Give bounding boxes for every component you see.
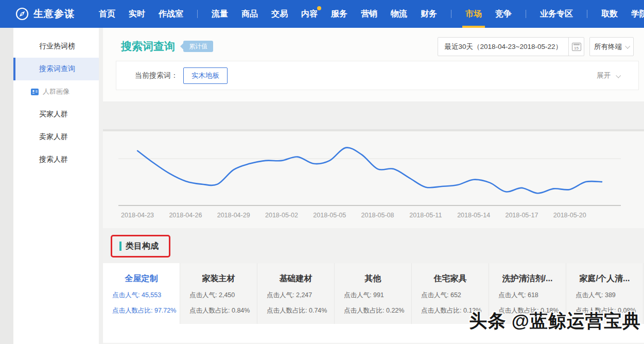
nav-item-trade[interactable]: 交易 [271, 0, 288, 28]
nav-item-realtime[interactable]: 实时 [129, 0, 145, 28]
x-axis-tick-label: 2018-04-23 [121, 212, 154, 219]
category-tab-hits: 点击人气: 45,553 [103, 291, 180, 300]
current-keyword-label: 当前搜索词： [135, 71, 178, 80]
chevron-down-icon [625, 44, 630, 49]
category-tab-name: 家装主材 [180, 273, 257, 284]
nav-item-warroom[interactable]: 作战室 [159, 0, 183, 28]
sidebar-item-search-crowd[interactable]: 搜索人群 [13, 148, 99, 171]
brand-name: 生意参谋 [33, 7, 75, 21]
category-tab-hits: 点击人气: 2,247 [257, 291, 334, 300]
category-tab-hits: 点击人气: 652 [412, 291, 489, 300]
sidebar-item-buyer-crowd[interactable]: 买家人群 [13, 103, 99, 126]
calendar-cell[interactable]: 15 [568, 38, 584, 56]
category-tab-ratio: 点击人数占比: 0.22% [335, 306, 411, 315]
nav-item-service[interactable]: 服务 [331, 0, 347, 28]
nav-item-market[interactable]: 市场 [465, 0, 482, 28]
nav-item-content[interactable]: 内容 [301, 0, 318, 28]
main-nav: 首页 实时 作战室 流量 商品 交易 内容 服务 营销 物流 财务 市场 竞争 … [92, 0, 644, 28]
nav-item-data-fetch[interactable]: 取数 [601, 0, 618, 28]
terminal-filter-value: 所有终端 [594, 42, 622, 51]
nav-item-competition[interactable]: 竞争 [495, 0, 512, 28]
nav-divider [526, 10, 526, 18]
section-tick-bar [119, 242, 121, 251]
brand[interactable]: 生意参谋 [15, 7, 75, 21]
page-title: 搜索词查询 [121, 39, 175, 54]
category-tab-basic-building[interactable]: 基础建材 点击人气: 2,247 点击人数占比: 0.74% [257, 263, 335, 324]
sidebar-item-seller-crowd[interactable]: 卖家人群 [13, 126, 99, 148]
nav-item-finance[interactable]: 财务 [421, 0, 437, 28]
calendar-icon: 15 [572, 43, 581, 51]
category-tab-ratio: 点击人数占比: 97.72% [103, 306, 180, 315]
calendar-day-number: 15 [574, 46, 579, 50]
category-tab-ratio: 点击人数占比: 0.84% [180, 306, 257, 315]
nav-item-marketing[interactable]: 营销 [361, 0, 377, 28]
nav-item-traffic[interactable]: 流量 [212, 0, 228, 28]
date-range-text: 最近30天（2018-04-23~2018-05-22） [438, 42, 568, 51]
title-row: 搜索词查询 累计值 最近30天（2018-04-23~2018-05-22） 1… [121, 36, 639, 57]
x-axis-tick-label: 2018-05-17 [505, 212, 538, 219]
nav-item-goods[interactable]: 商品 [241, 0, 258, 28]
category-tab-name: 全屋定制 [103, 273, 180, 284]
x-axis-tick-label: 2018-04-29 [217, 212, 250, 219]
category-tab-hits: 点击人气: 2,450 [180, 291, 257, 300]
top-navbar: 生意参谋 首页 实时 作战室 流量 商品 交易 内容 服务 营销 物流 财务 市… [0, 0, 644, 28]
query-header-card: 搜索词查询 累计值 最近30天（2018-04-23~2018-05-22） 1… [103, 28, 644, 101]
category-tab-hits: 点击人气: 389 [566, 291, 643, 300]
category-tab-name: 住宅家具 [412, 273, 489, 284]
category-tab-ratio: 点击人数占比: 0.74% [257, 306, 334, 315]
trend-chart-plot [118, 139, 621, 211]
keyword-chip[interactable]: 实木地板 [183, 67, 228, 84]
cumulative-badge: 累计值 [183, 41, 213, 52]
nav-item-content-label: 内容 [301, 9, 318, 20]
watermark-text: 头条 @蓝鲸运营宝典 [469, 309, 641, 333]
nav-item-logistics[interactable]: 物流 [391, 0, 407, 28]
category-tab-name: 其他 [335, 273, 411, 284]
trend-line-svg [118, 139, 621, 211]
category-tab-name: 家庭/个人清... [566, 273, 643, 284]
x-axis-tick-label: 2018-05-08 [361, 212, 394, 219]
current-keyword-bar: 当前搜索词： 实木地板 展开 [116, 61, 639, 90]
x-axis-tick-label: 2018-04-26 [169, 212, 202, 219]
date-range-picker[interactable]: 最近30天（2018-04-23~2018-05-22） 15 [438, 37, 584, 56]
expand-toggle[interactable]: 展开 [597, 71, 620, 80]
nav-divider [197, 10, 198, 18]
category-tab-name: 洗护清洁剂/... [489, 273, 566, 284]
x-axis-tick-label: 2018-05-05 [313, 212, 346, 219]
sidebar-item-hot-words[interactable]: 行业热词榜 [13, 35, 99, 58]
sidebar-item-search-word-query[interactable]: 搜索词查询 [13, 58, 99, 80]
category-tab-hits: 点击人气: 991 [335, 291, 411, 300]
notification-dot [317, 6, 321, 10]
nav-item-home[interactable]: 首页 [99, 0, 115, 28]
sidebar-group-persona: 人群画像 [13, 80, 99, 103]
nav-divider [587, 10, 587, 18]
x-axis-tick-label: 2018-05-02 [265, 212, 298, 219]
category-section-header: 类目构成 [103, 228, 644, 263]
persona-icon [31, 89, 39, 95]
section-title: 类目构成 [126, 241, 159, 252]
expand-label: 展开 [597, 72, 611, 79]
nav-item-business-zone[interactable]: 业务专区 [540, 0, 573, 28]
trend-chart: 2018-04-232018-04-262018-04-292018-05-02… [103, 131, 644, 228]
category-tab-name: 基础建材 [257, 273, 334, 284]
x-axis-tick-label: 2018-05-20 [553, 212, 586, 219]
category-tab-home-improvement[interactable]: 家装主材 点击人气: 2,450 点击人数占比: 0.84% [180, 263, 257, 324]
x-axis-tick-label: 2018-05-11 [409, 212, 442, 219]
page-gutter [0, 28, 13, 344]
x-axis-labels: 2018-04-232018-04-262018-04-292018-05-02… [118, 212, 621, 221]
category-tab-full-house[interactable]: 全屋定制 点击人气: 45,553 点击人数占比: 97.72% [103, 263, 180, 324]
annotation-red-box: 类目构成 [111, 235, 170, 257]
compass-logo-icon [15, 7, 29, 21]
sidebar-group-persona-label: 人群画像 [43, 87, 69, 96]
x-axis-tick-label: 2018-05-14 [457, 212, 490, 219]
chevron-down-icon [616, 73, 621, 78]
category-tab-other[interactable]: 其他 点击人气: 991 点击人数占比: 0.22% [335, 263, 412, 324]
left-sidebar: 行业热词榜 搜索词查询 人群画像 买家人群 卖家人群 搜索人群 [13, 28, 99, 344]
terminal-filter-dropdown[interactable]: 所有终端 [589, 37, 634, 56]
nav-divider [451, 10, 451, 18]
category-tab-hits: 点击人气: 618 [489, 291, 566, 300]
main-content: 搜索词查询 累计值 最近30天（2018-04-23~2018-05-22） 1… [103, 28, 644, 344]
nav-item-academy[interactable]: 学院 [631, 0, 644, 28]
